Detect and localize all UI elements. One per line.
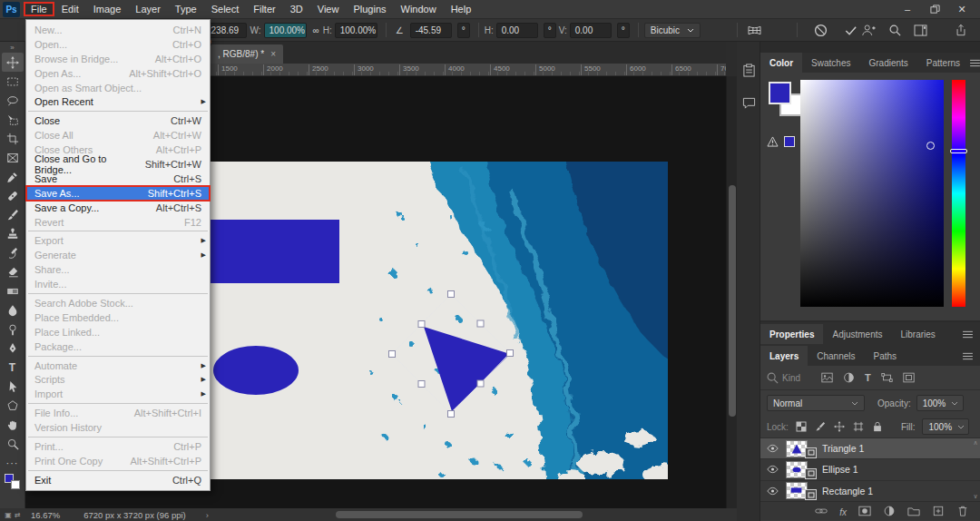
trash-icon[interactable] <box>956 506 969 516</box>
layer-row-rectangle[interactable]: Rectangle 1 <box>760 481 980 501</box>
lock-padlock-icon[interactable] <box>872 421 883 432</box>
document-image[interactable] <box>211 162 668 479</box>
layer-visibility-eye-icon[interactable] <box>764 465 780 474</box>
warp-mode-icon[interactable] <box>747 25 762 36</box>
foreground-color-swatch-large[interactable] <box>769 82 791 104</box>
color-picker-indicator[interactable] <box>926 142 935 150</box>
panel-menu-icon[interactable] <box>962 352 980 360</box>
tab-layers[interactable]: Layers <box>760 346 808 366</box>
fill-dropdown[interactable]: 100% <box>922 418 969 435</box>
healing-brush-tool[interactable] <box>2 186 24 205</box>
toolbar-collapse-icon[interactable]: » <box>10 44 14 53</box>
tab-swatches[interactable]: Swatches <box>802 53 859 73</box>
saturation-value-field[interactable] <box>800 80 944 307</box>
hue-slider[interactable] <box>952 80 965 307</box>
lock-checkerboard-icon[interactable] <box>796 421 807 432</box>
layer-list-scrollbar[interactable]: ∧∨ <box>972 439 979 500</box>
chain-icon[interactable] <box>815 506 828 516</box>
vertical-scrollbar-thumb[interactable] <box>729 185 736 417</box>
layer-thumbnail[interactable] <box>786 440 817 457</box>
layer-thumbnail[interactable] <box>786 482 817 499</box>
dodge-tool[interactable] <box>2 319 24 339</box>
filter-image-icon[interactable] <box>821 372 833 383</box>
file-menu-item-close-and-go-to-bridge[interactable]: Close and Go to Bridge...Shift+Ctrl+W <box>26 157 210 172</box>
menubar-item-filter[interactable]: Filter <box>246 2 282 16</box>
filter-smart-object-icon[interactable] <box>903 372 915 383</box>
edit-toolbar-tool[interactable]: ··· <box>2 453 24 472</box>
pen-tool[interactable] <box>2 339 24 358</box>
tab-channels[interactable]: Channels <box>808 346 864 366</box>
blend-mode-dropdown[interactable]: Normal <box>767 395 865 411</box>
eraser-tool[interactable] <box>2 262 24 281</box>
workspace-switcher-icon[interactable] <box>914 25 927 36</box>
status-popup-chevron[interactable]: › <box>206 510 209 520</box>
rotate-view-icon[interactable]: ⇄ <box>15 511 21 519</box>
layer-row-ellipse[interactable]: Ellipse 1 <box>760 459 980 480</box>
share-for-review-icon[interactable] <box>861 24 876 36</box>
ellipse-shape[interactable] <box>213 346 299 395</box>
comments-panel-icon[interactable] <box>737 91 760 114</box>
tab-color[interactable]: Color <box>760 53 802 73</box>
close-icon[interactable]: ✕ <box>949 1 975 18</box>
filter-shape-icon[interactable] <box>881 372 893 383</box>
share-icon[interactable] <box>955 24 967 36</box>
commit-transform-icon[interactable] <box>844 24 858 37</box>
brush-tool[interactable] <box>2 205 24 224</box>
minimize-icon[interactable]: – <box>895 1 920 18</box>
shape-layers[interactable] <box>211 220 510 411</box>
rectangle-shape[interactable] <box>211 220 339 283</box>
file-menu-item-save-a-copy[interactable]: Save a Copy...Alt+Ctrl+S <box>26 201 210 215</box>
zoom-tool[interactable] <box>2 434 24 453</box>
filter-adjustment-icon[interactable] <box>843 372 855 383</box>
type-tool[interactable]: T <box>2 358 24 377</box>
menubar-item-3d[interactable]: 3D <box>283 2 310 16</box>
gradient-tool[interactable] <box>2 281 24 300</box>
lock-artboard-icon[interactable] <box>853 421 864 432</box>
hue-slider-handle[interactable] <box>950 149 967 153</box>
history-brush-tool[interactable] <box>2 243 24 262</box>
layer-name[interactable]: Triangle 1 <box>822 443 864 454</box>
menubar-item-view[interactable]: View <box>310 2 347 16</box>
h-skew-field[interactable]: 0.00 <box>496 23 538 38</box>
menubar-item-edit[interactable]: Edit <box>54 2 86 16</box>
menubar-item-select[interactable]: Select <box>204 2 247 16</box>
layer-visibility-eye-icon[interactable] <box>764 444 780 453</box>
file-menu-item-save-as[interactable]: Save As...Shift+Ctrl+S <box>26 186 210 201</box>
triangle-shape[interactable] <box>424 327 510 411</box>
v-skew-field[interactable]: 0.00 <box>570 23 612 38</box>
layer-thumbnail[interactable] <box>786 461 817 478</box>
screen-mode-icon[interactable]: ▣ <box>5 511 12 519</box>
vertical-scrollbar[interactable] <box>726 76 737 508</box>
frame-tool[interactable] <box>2 148 24 167</box>
crop-tool[interactable] <box>2 129 24 148</box>
restore-icon[interactable] <box>922 1 947 18</box>
rotation-field[interactable]: -45.59 <box>410 23 452 38</box>
horizontal-scrollbar-thumb[interactable] <box>336 511 583 518</box>
tab-properties[interactable]: Properties <box>760 324 823 344</box>
eyedropper-tool[interactable] <box>2 167 24 186</box>
tab-adjustments[interactable]: Adjustments <box>823 324 891 344</box>
layer-name[interactable]: Rectangle 1 <box>822 486 873 496</box>
fx-icon[interactable]: fx <box>839 503 847 519</box>
lock-move-icon[interactable] <box>834 421 845 432</box>
tab-close-icon[interactable]: × <box>270 49 276 59</box>
shape-tool[interactable] <box>2 396 24 415</box>
background-color-swatch[interactable] <box>11 480 20 489</box>
object-selection-tool[interactable] <box>2 110 24 129</box>
menubar-item-file[interactable]: File <box>24 2 54 16</box>
gamut-color-swatch[interactable] <box>784 136 795 147</box>
blur-tool[interactable] <box>2 300 24 319</box>
folder-icon[interactable] <box>907 506 920 516</box>
hand-tool[interactable] <box>2 415 24 434</box>
path-selection-tool[interactable] <box>2 377 24 396</box>
menubar-item-plugins[interactable]: Plugins <box>346 2 393 16</box>
tab-gradients[interactable]: Gradients <box>859 53 916 73</box>
opacity-dropdown[interactable]: 100% <box>916 395 964 411</box>
layer-visibility-eye-icon[interactable] <box>764 487 780 496</box>
file-menu-item-save[interactable]: SaveCtrl+S <box>26 172 210 186</box>
tab-paths[interactable]: Paths <box>865 346 906 366</box>
adjustment-icon[interactable] <box>883 506 896 516</box>
menubar-item-help[interactable]: Help <box>444 2 479 16</box>
layer-row-triangle[interactable]: Triangle 1 <box>760 438 980 459</box>
panel-menu-icon[interactable] <box>962 330 980 339</box>
